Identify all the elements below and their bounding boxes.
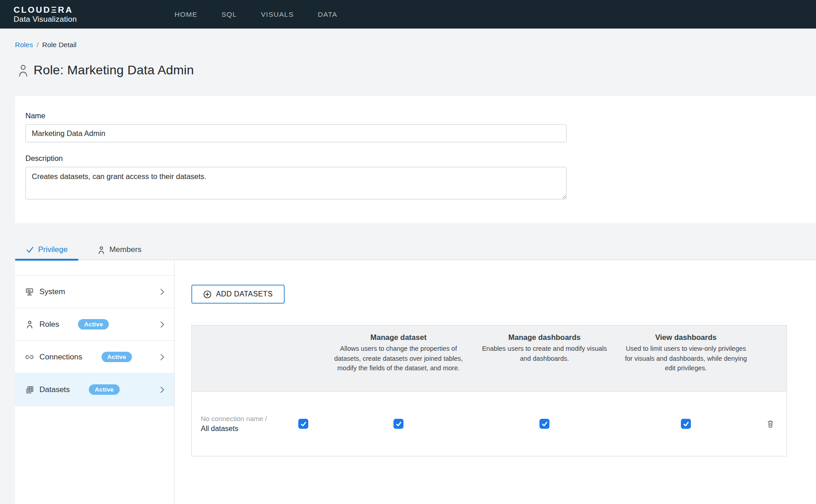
role-person-icon (17, 63, 29, 77)
sidebar-item-label: Connections (39, 353, 83, 362)
name-label: Name (25, 111, 816, 120)
nav-item-sql[interactable]: SQL (222, 10, 237, 19)
active-badge: Active (89, 384, 120, 395)
connections-icon (25, 353, 34, 362)
dataset-name-cell: No connection name / All datasets (192, 415, 281, 433)
plus-circle-icon (203, 290, 212, 299)
privilege-checkbox-1[interactable] (298, 419, 308, 429)
header-actions-column (754, 333, 787, 383)
dataset-name: All datasets (201, 425, 281, 433)
checkmark-icon (300, 421, 307, 427)
column-description: Used to limit users to view-only privile… (625, 344, 747, 373)
nav-item-visuals[interactable]: VISUALS (261, 10, 294, 19)
trash-icon (767, 420, 774, 428)
connection-name: No connection name / (201, 415, 281, 422)
privilege-table-header: Manage dataset Allows users to change th… (192, 325, 787, 392)
name-input[interactable] (25, 124, 567, 142)
role-form-card: Name Description Creates datasets, can g… (15, 96, 816, 223)
header-manage-dashboards: Manage dashboards Enables users to creat… (471, 333, 617, 383)
header-manage-dataset: Manage dataset Allows users to change th… (325, 333, 471, 383)
table-row: No connection name / All datasets (192, 392, 787, 456)
checkmark-icon (683, 421, 690, 427)
manage-dataset-checkbox[interactable] (393, 419, 403, 429)
privilege-category-list: System Roles Active (15, 275, 174, 406)
nav-menu: HOME SQL VISUALS DATA (175, 0, 337, 29)
add-datasets-label: ADD DATASETS (216, 290, 272, 298)
tab-bar: Privilege Members (15, 239, 816, 260)
tab-members-label: Members (109, 245, 141, 254)
view-dashboards-checkbox[interactable] (681, 419, 691, 429)
delete-row-button[interactable] (766, 419, 775, 429)
tab-privilege-label: Privilege (38, 245, 68, 254)
sidebar-item-roles[interactable]: Roles Active (15, 308, 174, 341)
breadcrumb-current: Role Detail (42, 41, 77, 49)
header-view-dashboards: View dashboards Used to limit users to v… (617, 333, 754, 383)
top-navbar: CLOUDΞRA Data Visualization HOME SQL VIS… (0, 0, 816, 29)
content-region: System Roles Active (15, 260, 816, 504)
chevron-right-icon (159, 353, 165, 362)
tab-members[interactable]: Members (87, 239, 152, 260)
sidebar-item-datasets[interactable]: Datasets Active (15, 373, 174, 406)
add-datasets-button[interactable]: ADD DATASETS (191, 285, 285, 304)
logo-brand: CLOUDΞRA (14, 5, 77, 15)
column-title: Manage dataset (333, 333, 464, 342)
sidebar-item-label: Datasets (39, 385, 70, 394)
chevron-right-icon (159, 385, 165, 394)
column-title: Manage dashboards (479, 333, 610, 342)
column-description: Allows users to change the properties of… (333, 344, 464, 373)
logo-product: Data Visualization (14, 15, 77, 24)
tab-privilege[interactable]: Privilege (15, 239, 78, 260)
page-title-row: Role: Marketing Data Admin (17, 61, 816, 79)
check-icon (26, 246, 34, 254)
checkmark-icon (541, 421, 548, 427)
manage-dashboards-checkbox[interactable] (539, 419, 549, 429)
header-name-column (192, 333, 281, 383)
active-badge: Active (102, 352, 132, 362)
sidebar-item-connections[interactable]: Connections Active (15, 341, 174, 373)
breadcrumb-roles-link[interactable]: Roles (15, 41, 33, 49)
description-label: Description (25, 154, 816, 163)
nav-item-home[interactable]: HOME (175, 10, 198, 19)
column-description: Enables users to create and modify visua… (479, 344, 610, 363)
sidebar-item-label: Roles (39, 320, 59, 329)
header-unlabeled-column (281, 333, 325, 383)
breadcrumb-separator: / (37, 41, 39, 49)
sidebar-item-label: System (39, 287, 65, 296)
active-badge: Active (78, 319, 109, 330)
nav-item-data[interactable]: DATA (318, 10, 337, 19)
roles-icon (25, 320, 34, 329)
page-title: Role: Marketing Data Admin (34, 63, 194, 78)
description-textarea[interactable]: Creates datasets, can grant access to th… (25, 167, 567, 199)
chevron-right-icon (159, 320, 165, 329)
system-icon (25, 287, 34, 296)
datasets-icon (25, 385, 34, 394)
privilege-sidebar: System Roles Active (15, 260, 175, 504)
members-person-icon (97, 246, 105, 254)
privilege-table: Manage dataset Allows users to change th… (191, 325, 787, 456)
column-title: View dashboards (625, 333, 747, 342)
cloudera-logo: CLOUDΞRA Data Visualization (0, 5, 77, 24)
sidebar-item-system[interactable]: System (15, 276, 174, 308)
checkmark-icon (395, 421, 402, 427)
datasets-privilege-panel: ADD DATASETS Manage dataset Allows users… (175, 260, 816, 504)
breadcrumb: Roles / Role Detail (15, 40, 816, 49)
chevron-right-icon (159, 287, 165, 296)
